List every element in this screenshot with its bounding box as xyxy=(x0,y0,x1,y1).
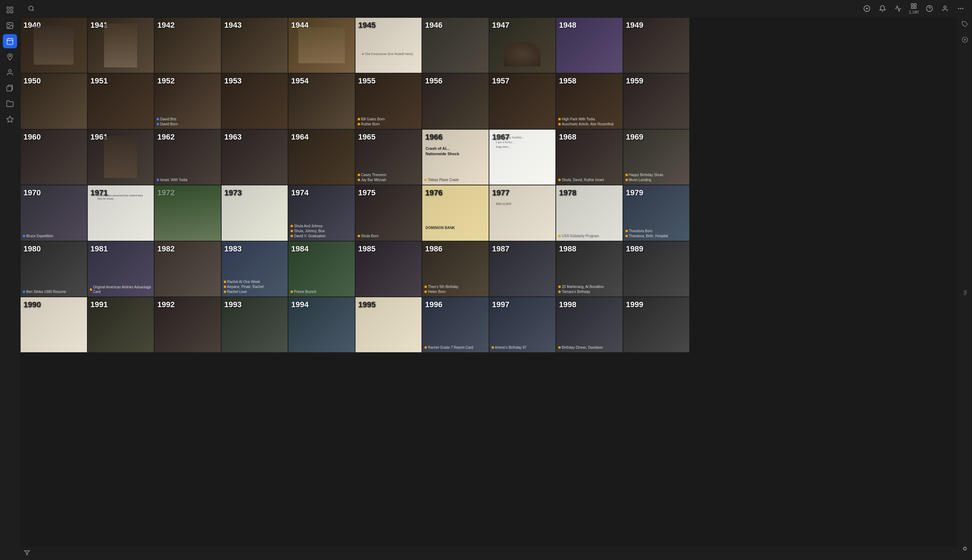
photo-cell-1959[interactable]: 1959 xyxy=(623,73,690,128)
year-label-1980: 1980 xyxy=(23,244,41,253)
year-label-1992: 1992 xyxy=(157,300,175,309)
photo-cell-1960[interactable]: 1960 xyxy=(21,130,87,185)
photo-cell-1999[interactable]: 1999 xyxy=(623,297,690,352)
photo-cell-1948[interactable]: 1948 xyxy=(556,18,622,73)
photo-cell-1972[interactable]: 1972 xyxy=(155,185,221,240)
photo-cell-1956[interactable]: 1956 xyxy=(422,73,489,128)
caption-1980: Ben Silvka 1980 Resume xyxy=(23,289,85,294)
sidebar-item-map[interactable] xyxy=(3,50,17,64)
sidebar-item-albums[interactable] xyxy=(3,81,17,95)
sidebar-item-people[interactable] xyxy=(3,65,17,80)
photo-cell-1970[interactable]: 1970 Bruce Expedition xyxy=(21,185,87,240)
photo-cell-1991[interactable]: 1991 xyxy=(88,297,154,352)
caption-1996-1: Rachel Grade 7 Report Card xyxy=(428,345,473,350)
photo-cell-1971[interactable]: 1971 Lorem ipsum document text content l… xyxy=(88,185,154,240)
photo-cell-1984[interactable]: 1984 Prince Brunch xyxy=(288,242,355,297)
add-circle-icon[interactable] xyxy=(959,34,970,45)
photo-cell-1951[interactable]: 1951 xyxy=(88,73,154,128)
photo-cell-1988[interactable]: 1988 20 Mahlerang, Al Bocallino Tamara's… xyxy=(556,242,622,297)
photo-cell-1998[interactable]: 1998 Birthday Dinner, Davidson xyxy=(556,297,622,352)
photo-cell-1994[interactable]: 1994 xyxy=(288,297,355,352)
caption-1969: Happy Birthday Shula Moon Landing xyxy=(625,173,687,183)
year-label-1963: 1963 xyxy=(225,132,242,142)
sidebar xyxy=(0,0,20,560)
photo-cell-1969[interactable]: 1969 Happy Birthday Shula Moon Landing xyxy=(623,130,690,185)
photo-cell-1955[interactable]: 1955 Bill Gates Born Ruthie Born xyxy=(355,73,422,128)
photo-cell-1965[interactable]: 1965 Casey Theorem Jay Bar Mitzvah xyxy=(355,130,422,185)
sidebar-item-timeline[interactable] xyxy=(3,34,17,48)
caption-1986: Theo's 5th Birthday Helen Born xyxy=(424,285,487,294)
photo-cell-1961[interactable]: 1961 xyxy=(88,130,154,185)
layout-button[interactable]: 2,180 xyxy=(908,3,919,14)
svg-point-5 xyxy=(8,24,9,25)
caption-1984: Prince Brunch xyxy=(290,289,353,294)
photo-cell-1950[interactable]: 1950 xyxy=(21,73,87,128)
photo-cell-1944[interactable]: 1944 xyxy=(288,18,355,73)
photo-cell-1987[interactable]: 1987 xyxy=(489,242,556,297)
year-label-1987: 1987 xyxy=(492,244,510,253)
photo-cell-1952[interactable]: 1952 David Bris David Born xyxy=(155,73,221,128)
photo-cell-1964[interactable]: 1964 xyxy=(288,130,355,185)
sidebar-item-stories[interactable] xyxy=(3,3,17,17)
account-button[interactable] xyxy=(939,3,951,14)
photo-cell-1940[interactable]: 1940 xyxy=(21,18,87,73)
scroll-indicator[interactable] xyxy=(959,543,970,554)
photo-cell-1943[interactable]: 1943 xyxy=(222,18,288,73)
photo-cell-1985[interactable]: 1985 xyxy=(355,242,422,297)
photo-cell-1979[interactable]: 1979 Theodora Born Theodora, Birth, Hosp… xyxy=(623,185,690,240)
photo-cell-1989[interactable]: 1989 xyxy=(623,242,690,297)
photo-cell-1980[interactable]: 1980 Ben Silvka 1980 Resume xyxy=(21,242,87,297)
photo-cell-1966[interactable]: 1966 Crash of Al...Nationwide Shock Tobi… xyxy=(422,130,489,185)
photo-cell-1947[interactable]: 1947 xyxy=(489,18,556,73)
year-label-1975: 1975 xyxy=(358,188,376,197)
photo-cell-1996[interactable]: 1996 Rachel Grade 7 Report Card xyxy=(422,297,489,352)
photo-cell-1986[interactable]: 1986 Theo's 5th Birthday Helen Born xyxy=(422,242,489,297)
photo-cell-1945[interactable]: 1945 ● The Forerunner (For Rudolf Hess) xyxy=(355,18,422,73)
photo-cell-1993[interactable]: 1993 xyxy=(222,297,288,352)
photo-cell-1942[interactable]: 1942 xyxy=(155,18,221,73)
photo-cell-1982[interactable]: 1982 xyxy=(155,242,221,297)
bell-button[interactable] xyxy=(877,3,888,14)
sidebar-item-folders[interactable] xyxy=(3,97,17,111)
photo-cell-1990[interactable]: 1990 xyxy=(21,297,87,352)
year-label-1979: 1979 xyxy=(626,188,644,197)
photo-cell-1968[interactable]: 1968 Shula, David, Ruthie Israel xyxy=(556,130,622,185)
svg-rect-1 xyxy=(11,7,13,9)
photo-cell-1978[interactable]: 1978 USA Solidarity Program xyxy=(556,185,622,240)
year-label-1955: 1955 xyxy=(358,77,376,86)
photo-cell-1963[interactable]: 1963 xyxy=(222,130,288,185)
photo-cell-1946[interactable]: 1946 xyxy=(422,18,489,73)
photo-cell-1981[interactable]: 1981 Original American Airlines Advantag… xyxy=(88,242,154,297)
photo-cell-1954[interactable]: 1954 xyxy=(288,73,355,128)
photo-cell-1977[interactable]: 1977 605-21203 xyxy=(489,185,556,240)
sidebar-item-activity[interactable] xyxy=(3,112,17,127)
photo-cell-1941[interactable]: 1941 xyxy=(88,18,154,73)
tags-icon[interactable] xyxy=(959,18,970,30)
caption-1962-1: Israel, With Todia xyxy=(160,178,187,182)
photo-cell-1962[interactable]: 1962 Israel, With Todia xyxy=(155,130,221,185)
photo-cell-1953[interactable]: 1953 xyxy=(222,73,288,128)
photo-cell-1975[interactable]: 1975 Shula Born xyxy=(355,185,422,240)
activity-button[interactable] xyxy=(892,3,904,14)
photo-cell-1976[interactable]: 1976 DOMINION BANK xyxy=(422,185,489,240)
search-button[interactable] xyxy=(25,3,37,14)
photo-cell-1973[interactable]: 1973 xyxy=(222,185,288,240)
help-button[interactable] xyxy=(924,3,935,14)
sidebar-item-photos[interactable] xyxy=(3,18,17,33)
photo-cell-1957[interactable]: 1957 xyxy=(489,73,556,128)
photo-cell-1983[interactable]: 1983 Rachel At One Week Airpane, Pirate,… xyxy=(222,242,288,297)
photo-cell-1995[interactable]: 1995 xyxy=(355,297,422,352)
filter-icon[interactable] xyxy=(24,550,30,557)
add-button[interactable] xyxy=(861,3,872,14)
year-label-1997: 1997 xyxy=(492,300,510,309)
caption-1968: Shula, David, Ruthie Israel xyxy=(558,178,620,183)
caption-1974: Shula And Johnny Shula, Johnny, Boa Davi… xyxy=(290,224,353,238)
photo-cell-1992[interactable]: 1992 xyxy=(155,297,221,352)
photo-cell-1967[interactable]: 1967 myselve On Sunday... I got a lucky.… xyxy=(489,130,556,185)
more-button[interactable] xyxy=(955,3,966,14)
photo-cell-1949[interactable]: 1949 xyxy=(623,18,690,73)
photo-cell-1974[interactable]: 1974 Shula And Johnny Shula, Johnny, Boa… xyxy=(288,185,355,240)
caption-1952-2: David Born xyxy=(160,122,178,127)
photo-cell-1958[interactable]: 1958 High Park With Todia Auschwitz Arti… xyxy=(556,73,622,128)
photo-cell-1997[interactable]: 1997 Arlene's Birthday 97 xyxy=(489,297,556,352)
